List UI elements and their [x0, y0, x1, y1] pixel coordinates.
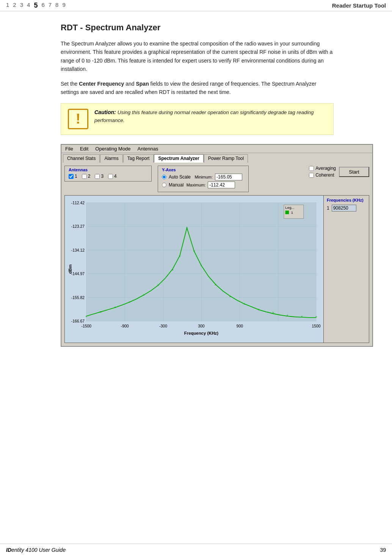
- maximum-input[interactable]: [208, 182, 235, 188]
- chart-main: dBm: [64, 195, 324, 343]
- page-num-6[interactable]: 6: [41, 2, 44, 9]
- antenna-3-checkbox[interactable]: [95, 174, 100, 179]
- svg-text:-123.27: -123.27: [71, 224, 85, 229]
- antennas-label: Antennas: [69, 168, 147, 172]
- manual-radio[interactable]: [162, 183, 166, 187]
- coherent-checkbox[interactable]: [309, 173, 314, 178]
- chart-svg: -112.42 -123.27 -134.12 -144.97 -155.82 …: [65, 196, 323, 343]
- menu-bar: File Edit Operating Mode Antennas: [61, 145, 372, 153]
- antennas-section: Antennas 1 2 3: [64, 166, 152, 182]
- svg-text:×: ×: [172, 268, 174, 272]
- app-inner: Antennas 1 2 3: [61, 163, 372, 346]
- antenna-2-checkbox[interactable]: [82, 174, 87, 179]
- right-controls: Averaging Coherent Start: [309, 166, 369, 178]
- pagination: 1 2 3 4 5 6 7 8 9: [6, 2, 66, 9]
- frequencies-label: Frequencies (KHz): [327, 198, 366, 202]
- svg-text:×: ×: [114, 306, 116, 310]
- page-num-9[interactable]: 9: [62, 2, 65, 9]
- svg-text:×: ×: [301, 315, 303, 318]
- page-num-3[interactable]: 3: [20, 2, 23, 9]
- caution-label: Caution:: [94, 109, 116, 115]
- svg-text:×: ×: [143, 293, 145, 297]
- brand-rest: entity 4100 User Guide: [11, 547, 66, 553]
- page-num-4[interactable]: 4: [27, 2, 30, 9]
- svg-text:-134.12: -134.12: [71, 248, 85, 252]
- caution-icon: !: [68, 109, 88, 129]
- yaxes-label: Y-Axes: [162, 168, 245, 172]
- tab-bar: Channel Stats Alarms Tag Report Spectrum…: [61, 153, 372, 163]
- chart-sidebar: Frequencies (KHz) 1: [324, 195, 369, 343]
- manual-row: Manual Maximum:: [162, 182, 245, 188]
- tab-channel-stats[interactable]: Channel Stats: [63, 154, 100, 163]
- page-num-2[interactable]: 2: [13, 2, 16, 9]
- manual-label: Manual: [169, 182, 183, 188]
- autoscale-label: Auto Scale: [169, 174, 191, 180]
- antenna-1-checkbox[interactable]: [69, 174, 74, 179]
- svg-text:Leg...: Leg...: [285, 205, 295, 210]
- svg-text:×: ×: [200, 264, 202, 268]
- menu-file[interactable]: File: [65, 146, 73, 152]
- menu-antennas[interactable]: Antennas: [138, 146, 158, 152]
- svg-text:×: ×: [100, 310, 102, 314]
- tab-tag-report[interactable]: Tag Report: [123, 154, 154, 163]
- desc2-bold1: Center Frequency: [79, 81, 124, 87]
- svg-text:-1500: -1500: [82, 324, 92, 329]
- svg-text:×: ×: [215, 283, 216, 287]
- page-title: RDT - Spectrum Analyzer: [61, 23, 373, 33]
- page-num-1[interactable]: 1: [6, 2, 9, 9]
- minimum-input[interactable]: [215, 174, 242, 180]
- averaging-label: Averaging: [315, 166, 336, 171]
- tab-spectrum-analyzer[interactable]: Spectrum Analyzer: [154, 154, 203, 163]
- averaging-row: Averaging: [309, 166, 336, 171]
- autoscale-radio[interactable]: [162, 175, 166, 179]
- svg-text:×: ×: [229, 294, 231, 298]
- svg-text:1: 1: [291, 210, 293, 215]
- freq-id-1: 1: [327, 205, 329, 211]
- svg-text:×: ×: [157, 283, 159, 287]
- svg-text:×: ×: [129, 300, 130, 304]
- svg-text:900: 900: [237, 324, 243, 329]
- svg-text:×: ×: [315, 315, 317, 319]
- svg-text:×: ×: [243, 302, 245, 306]
- page-num-8[interactable]: 8: [55, 2, 58, 9]
- caution-text: Using this feature during normal reader …: [94, 110, 314, 123]
- svg-text:×: ×: [287, 313, 289, 317]
- start-button[interactable]: Start: [339, 167, 369, 177]
- svg-text:-155.82: -155.82: [71, 296, 85, 300]
- antenna-2-item: 2: [82, 174, 91, 179]
- tab-alarms[interactable]: Alarms: [100, 154, 122, 163]
- page-header: 1 2 3 4 5 6 7 8 9 Reader Startup Tool: [0, 0, 392, 11]
- svg-text:-300: -300: [159, 324, 167, 329]
- page-num-7[interactable]: 7: [49, 2, 52, 9]
- svg-text:×: ×: [179, 254, 181, 258]
- brand-name: ID: [6, 547, 11, 553]
- svg-text:300: 300: [198, 324, 205, 329]
- desc2-bold2: Span: [136, 81, 149, 87]
- antenna-3-label: 3: [101, 174, 103, 179]
- svg-text:×: ×: [272, 311, 274, 315]
- svg-text:Frequency (KHz): Frequency (KHz): [184, 331, 218, 336]
- chart-area: dBm: [64, 195, 369, 343]
- coherent-row: Coherent: [309, 172, 336, 178]
- app-window: File Edit Operating Mode Antennas Channe…: [61, 144, 373, 347]
- antenna-1-item: 1: [69, 174, 77, 179]
- controls-row: Antennas 1 2 3: [64, 166, 369, 192]
- main-content: RDT - Spectrum Analyzer The Spectrum Ana…: [0, 11, 392, 370]
- svg-text:-166.67: -166.67: [71, 319, 85, 323]
- antenna-4-checkbox[interactable]: [108, 174, 113, 179]
- menu-edit[interactable]: Edit: [80, 146, 88, 152]
- antenna-1-label: 1: [75, 174, 77, 179]
- averaging-checkbox[interactable]: [309, 166, 314, 171]
- coherent-label: Coherent: [315, 172, 334, 178]
- footer: IDentity 4100 User Guide 39: [0, 543, 392, 556]
- antenna-2-label: 2: [88, 174, 91, 179]
- desc2-mid: and: [124, 81, 136, 87]
- page-num-5-current: 5: [34, 2, 38, 9]
- antennas-checkboxes: 1 2 3 4: [69, 174, 147, 179]
- menu-operating-mode[interactable]: Operating Mode: [95, 146, 130, 152]
- antenna-4-label: 4: [114, 174, 117, 179]
- tab-power-ramp-tool[interactable]: Power Ramp Tool: [204, 154, 248, 163]
- freq-input-1[interactable]: [332, 205, 356, 211]
- description-paragraph-1: The Spectrum Analyzer allows you to exam…: [61, 39, 334, 74]
- description-paragraph-2: Set the Center Frequency and Span fields…: [61, 80, 334, 97]
